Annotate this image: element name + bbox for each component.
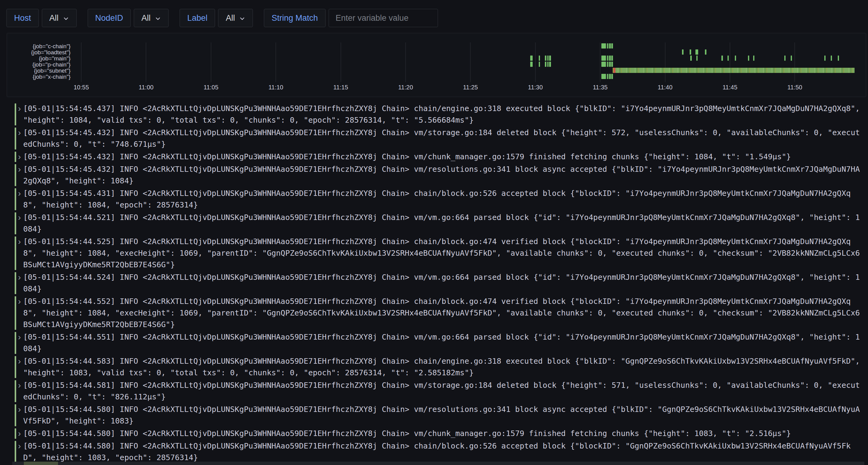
timeline-segment	[549, 56, 551, 61]
timeline-segment	[838, 56, 839, 61]
timeline-segment	[682, 49, 684, 55]
log-row[interactable]: ›[05-01|15:54:45.431] INFO <2AcRkXTLLtQj…	[15, 188, 864, 211]
variable-value-dropdown-host[interactable]: All	[42, 9, 77, 27]
log-row[interactable]: ›[05-01|15:54:45.437] INFO <2AcRkXTLLtQj…	[15, 103, 864, 126]
x-axis-tick-label: 11:25	[452, 84, 489, 91]
grafana-logs-page: HostAllNodeIDAllLabelAll String Match {j…	[0, 0, 868, 465]
log-line-text: [05-01|15:54:44.521] INFO <2AcRkXTLLtQjv…	[23, 212, 864, 235]
expand-row-icon[interactable]: ›	[18, 428, 23, 439]
gridline	[470, 42, 471, 82]
log-row[interactable]: ›[05-01|15:54:44.525] INFO <2AcRkXTLLtQj…	[15, 236, 864, 271]
log-row[interactable]: ›[05-01|15:54:45.432] INFO <2AcRkXTLLtQj…	[15, 151, 864, 163]
timeline-segment	[612, 62, 613, 67]
log-line-text: [05-01|15:54:44.524] INFO <2AcRkXTLLtQjv…	[23, 271, 864, 295]
expand-row-icon[interactable]: ›	[18, 296, 23, 330]
variable-value-input[interactable]	[329, 9, 438, 27]
gridline	[535, 42, 536, 82]
log-row[interactable]: ›[05-01|15:54:44.551] INFO <2AcRkXTLLtQj…	[15, 331, 864, 355]
variable-label-label[interactable]: Label	[180, 9, 215, 27]
log-row[interactable]: ›[05-01|15:54:44.583] INFO <2AcRkXTLLtQj…	[15, 356, 864, 379]
expand-row-icon[interactable]: ›	[18, 271, 23, 295]
timeline-segment	[612, 43, 613, 48]
timeline-segment	[607, 56, 608, 61]
gridline	[795, 42, 795, 82]
variable-value-dropdown-nodeid[interactable]: All	[134, 9, 168, 27]
log-row[interactable]: ›[05-01|15:54:44.552] INFO <2AcRkXTLLtQj…	[15, 296, 864, 330]
variable-label-nodeid[interactable]: NodeID	[88, 9, 131, 27]
variable-label-text: NodeID	[95, 13, 123, 23]
timeline-segment	[615, 68, 854, 73]
partial-log-row	[12, 462, 864, 465]
log-line-text: [05-01|15:54:45.437] INFO <2AcRkXTLLtQjv…	[23, 103, 864, 126]
variable-label-text: Label	[187, 13, 207, 23]
timeline-segment	[609, 62, 610, 67]
log-line-text: [05-01|15:54:44.551] INFO <2AcRkXTLLtQjv…	[23, 331, 864, 355]
timeline-segment	[784, 56, 785, 61]
log-row[interactable]: ›[05-01|15:54:44.580] INFO <2AcRkXTLLtQj…	[15, 440, 864, 463]
expand-row-icon[interactable]: ›	[18, 151, 23, 163]
timeline-segment	[530, 62, 533, 67]
log-level-bar	[15, 103, 16, 125]
timeline-segment	[607, 74, 608, 79]
variables-toolbar: HostAllNodeIDAllLabelAll String Match	[6, 9, 438, 27]
chevron-down-icon	[155, 15, 161, 22]
log-row[interactable]: ›[05-01|15:54:44.580] INFO <2AcRkXTLLtQj…	[15, 404, 864, 427]
x-axis-tick-label: 11:05	[193, 84, 229, 91]
timeline-segment	[695, 49, 698, 55]
log-level-bar	[15, 164, 16, 186]
expand-row-icon[interactable]: ›	[18, 356, 23, 379]
log-level-bar	[15, 356, 16, 378]
log-line-text: [05-01|15:54:44.552] INFO <2AcRkXTLLtQjv…	[23, 296, 864, 330]
expand-row-icon[interactable]: ›	[18, 379, 23, 403]
timeline-segment	[539, 62, 540, 67]
x-axis-tick-label: 11:15	[322, 84, 359, 91]
log-row[interactable]: ›[05-01|15:54:44.521] INFO <2AcRkXTLLtQj…	[15, 212, 864, 235]
variable-label-host[interactable]: Host	[6, 9, 39, 27]
expand-row-icon[interactable]: ›	[18, 164, 23, 187]
timeline-segment	[748, 56, 749, 61]
timeline-segment	[545, 56, 547, 61]
string-match-label-box[interactable]: String Match	[264, 9, 326, 27]
expand-row-icon[interactable]: ›	[18, 331, 23, 355]
timeline-segment	[601, 43, 606, 48]
expand-row-icon[interactable]: ›	[18, 212, 23, 235]
timeline-segment	[690, 49, 691, 55]
timeline-segment	[721, 56, 723, 61]
expand-row-icon[interactable]: ›	[18, 236, 23, 271]
gridline	[730, 42, 730, 82]
x-axis-tick-label: 11:30	[517, 84, 554, 91]
variable-label-text: Host	[14, 13, 31, 23]
log-row[interactable]: ›[05-01|15:54:45.432] INFO <2AcRkXTLLtQj…	[15, 127, 864, 150]
log-line-text: [05-01|15:54:44.580] INFO <2AcRkXTLLtQjv…	[23, 440, 864, 463]
gridline	[600, 42, 600, 82]
expand-row-icon[interactable]: ›	[18, 103, 23, 126]
log-level-bar	[15, 441, 16, 463]
gridline	[405, 42, 406, 82]
log-line-text: [05-01|15:54:44.525] INFO <2AcRkXTLLtQjv…	[23, 236, 864, 271]
log-row[interactable]: ›[05-01|15:54:44.524] INFO <2AcRkXTLLtQj…	[15, 271, 864, 295]
timeline-segment	[612, 74, 613, 79]
chevron-down-icon	[63, 15, 69, 22]
timeline-segment	[607, 43, 608, 48]
timeline-segment	[610, 62, 612, 67]
log-level-bar	[15, 272, 16, 294]
timeline-segment	[601, 74, 606, 79]
log-line-text: [05-01|15:54:44.583] INFO <2AcRkXTLLtQjv…	[23, 356, 864, 379]
expand-row-icon[interactable]: ›	[18, 127, 23, 150]
log-row[interactable]: ›[05-01|15:54:44.581] INFO <2AcRkXTLLtQj…	[15, 379, 864, 403]
log-row[interactable]: ›[05-01|15:54:45.432] INFO <2AcRkXTLLtQj…	[15, 164, 864, 187]
log-line-text: [05-01|15:54:45.431] INFO <2AcRkXTLLtQjv…	[23, 188, 864, 211]
expand-row-icon[interactable]: ›	[18, 440, 23, 463]
log-row[interactable]: ›[05-01|15:54:44.580] INFO <2AcRkXTLLtQj…	[15, 428, 864, 439]
x-axis-tick-label: 11:35	[582, 84, 618, 91]
variable-value-dropdown-label[interactable]: All	[218, 9, 253, 27]
gridline	[276, 42, 276, 82]
log-line-text: [05-01|15:54:44.581] INFO <2AcRkXTLLtQjv…	[23, 379, 864, 403]
timeline-segment	[601, 56, 606, 61]
timeline-plot-area[interactable]: 10:5511:0011:0511:1011:1511:2011:2511:30…	[7, 33, 866, 97]
expand-row-icon[interactable]: ›	[18, 188, 23, 211]
timeline-segment	[549, 62, 551, 67]
gridline	[665, 42, 665, 82]
expand-row-icon[interactable]: ›	[18, 404, 23, 427]
log-level-bar	[15, 296, 16, 330]
